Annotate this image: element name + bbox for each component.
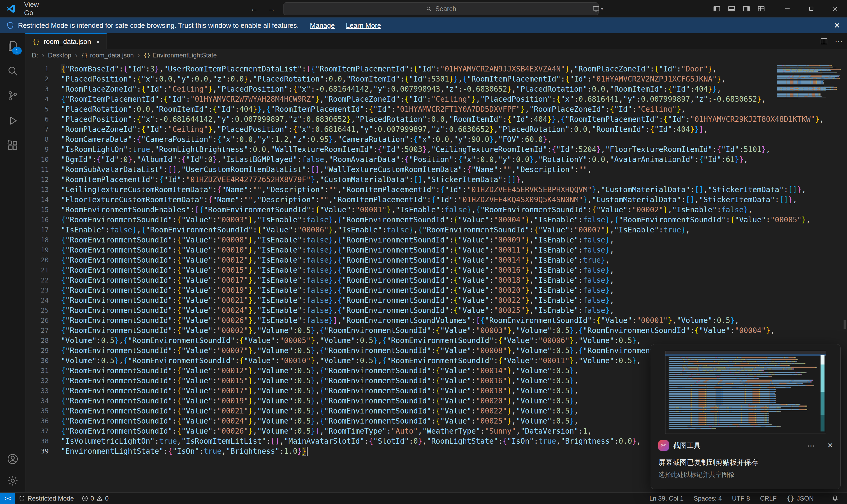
- minimap[interactable]: [776, 64, 843, 100]
- cursor-position-status[interactable]: Ln 39, Col 1: [646, 495, 687, 502]
- code-line[interactable]: "PlacedPosition":{"x":0.0,"y":0.0,"z":0.…: [61, 74, 847, 84]
- minimize-button[interactable]: [776, 0, 799, 17]
- title-bar: FileEditSelectionViewGoRunTerminalHelp ←…: [0, 0, 847, 17]
- extensions-icon[interactable]: [6, 139, 19, 152]
- remote-indicator[interactable]: ><: [0, 492, 15, 504]
- split-editor-icon[interactable]: [820, 37, 828, 45]
- line-number: 12: [25, 175, 61, 185]
- code-line[interactable]: "CeilingTextureCustomRoomItemData":{"Nam…: [61, 185, 847, 195]
- problems-status[interactable]: 0 0: [78, 492, 113, 504]
- account-icon[interactable]: [6, 453, 19, 465]
- code-line[interactable]: {"RoomEnvironmentSoundId":{"Value":"0001…: [61, 245, 847, 255]
- breadcrumb-item[interactable]: D:: [32, 52, 38, 59]
- menu-view[interactable]: View: [20, 1, 57, 9]
- chevron-right-icon: ›: [42, 51, 44, 59]
- code-line[interactable]: {"RoomEnvironmentSoundId":{"Value":"0001…: [61, 255, 847, 265]
- menu-go[interactable]: Go: [20, 9, 57, 17]
- banner-close-icon[interactable]: ✕: [834, 17, 840, 33]
- minimap-line: [777, 87, 837, 88]
- code-line[interactable]: "RoomItemPlacementId":{"Id":"01HZDZVEE4R…: [61, 175, 847, 185]
- learn-more-link[interactable]: Learn More: [346, 21, 381, 30]
- line-number: 21: [25, 265, 61, 275]
- settings-gear-icon[interactable]: [6, 474, 19, 487]
- code-line[interactable]: {"RoomEnvironmentSoundId":{"Value":"0001…: [61, 285, 847, 295]
- code-line[interactable]: {"RoomEnvironmentSoundId":{"Value":"0000…: [61, 235, 847, 245]
- cast-dropdown[interactable]: ▾: [592, 0, 603, 17]
- thumbnail-line: [669, 408, 781, 409]
- code-line[interactable]: {"RoomEnvironmentSoundId":{"Value":"0001…: [61, 265, 847, 275]
- thumbnail-code: [665, 356, 826, 429]
- code-line[interactable]: {"RoomEnvironmentSoundId":{"Value":"0002…: [61, 305, 847, 316]
- code-line[interactable]: {"RoomItemPlacementId":{"Id":"01HYAMVCR2…: [61, 94, 847, 104]
- breadcrumb-item[interactable]: {}room_data.json: [81, 52, 134, 59]
- forward-arrow-icon[interactable]: →: [266, 4, 277, 13]
- run-debug-icon[interactable]: [6, 114, 19, 127]
- restricted-mode-status[interactable]: Restricted Mode: [15, 492, 78, 504]
- code-line[interactable]: "PlacedRotation":0.0,"RoomItemId":{"Id":…: [61, 104, 847, 114]
- snipping-tool-toast[interactable]: ✂ 截图工具 ⋯ ✕ 屏幕截图已复制到剪贴板并保存 选择此处以标记并共享图像: [651, 344, 841, 489]
- line-number: 32: [25, 376, 61, 386]
- code-line[interactable]: {"RoomEnvironmentSoundId":{"Value":"0001…: [61, 275, 847, 285]
- line-number: 20: [25, 255, 61, 265]
- explorer-icon[interactable]: 1: [6, 40, 19, 52]
- tab-label: room_data.json: [44, 38, 91, 46]
- more-actions-icon[interactable]: ⋯: [835, 37, 843, 46]
- code-line[interactable]: "FloorTextureCustomRoomItemData":{"Name"…: [61, 195, 847, 205]
- search-input[interactable]: Search: [283, 2, 599, 15]
- toast-close-icon[interactable]: ✕: [827, 442, 833, 450]
- toggle-panel-icon[interactable]: [724, 0, 739, 17]
- code-line[interactable]: {"RoomBaseId":{"Id":3},"UserRoomItemPlac…: [61, 64, 847, 74]
- manage-link[interactable]: Manage: [310, 21, 335, 30]
- code-line[interactable]: {"RoomEnvironmentSoundId":{"Value":"0002…: [61, 316, 847, 326]
- code-line[interactable]: "RoomPlaceZoneId":{"Id":"Ceiling"},"Plac…: [61, 84, 847, 94]
- thumbnail-line: [669, 361, 797, 362]
- scrollbar-marker[interactable]: [844, 320, 846, 329]
- breadcrumb-item[interactable]: Desktop: [48, 52, 71, 59]
- code-line[interactable]: "RoomCameraData":{"CameraPosition":{"x":…: [61, 134, 847, 145]
- minimap-line: [777, 69, 830, 69]
- toast-submessage[interactable]: 选择此处以标记并共享图像: [658, 470, 833, 479]
- breadcrumb-item[interactable]: {}EnvironmentLightState: [144, 52, 217, 59]
- source-control-icon[interactable]: [6, 89, 19, 102]
- code-line[interactable]: {"RoomEnvironmentSoundId":{"Value":"0000…: [61, 326, 847, 336]
- minimap-line: [777, 78, 840, 78]
- toggle-sidebar-icon[interactable]: [709, 0, 724, 17]
- code-line[interactable]: "IsEnable":false},{"RoomEnvironmentSound…: [61, 225, 847, 235]
- code-line[interactable]: "RoomEnvironmentSoundEnables":[{"RoomEnv…: [61, 205, 847, 215]
- code-line[interactable]: "IsRoomLightOn":true,"RoomLightBrightnes…: [61, 145, 847, 155]
- code-line[interactable]: "RoomSubAvatarDataList":[],"UserCustomRo…: [61, 165, 847, 175]
- tab-room-data-json[interactable]: {} room_data.json ●: [25, 33, 107, 49]
- thumbnail-line: [669, 359, 798, 360]
- warning-icon: [96, 495, 103, 502]
- language-mode-status[interactable]: {} JSON: [783, 495, 817, 502]
- notifications-bell-icon[interactable]: [828, 495, 842, 502]
- code-line[interactable]: "PlacedPosition":{"x":-0.681644142,"y":0…: [61, 114, 847, 124]
- customize-layout-icon[interactable]: [754, 0, 769, 17]
- thumbnail-line: [669, 398, 776, 399]
- screenshot-thumbnail[interactable]: [665, 351, 826, 434]
- thumbnail-line: [669, 372, 807, 373]
- line-number: 19: [25, 245, 61, 255]
- code-line[interactable]: {"RoomEnvironmentSoundId":{"Value":"0002…: [61, 295, 847, 305]
- thumbnail-line: [669, 417, 769, 418]
- indentation-status[interactable]: Spaces: 4: [690, 495, 726, 502]
- toggle-secondary-sidebar-icon[interactable]: [739, 0, 754, 17]
- minimap-line: [777, 88, 826, 89]
- line-number: 29: [25, 346, 61, 356]
- search-sidebar-icon[interactable]: [6, 65, 19, 77]
- line-number: 14: [25, 195, 61, 205]
- minimap-line: [777, 90, 826, 91]
- close-button[interactable]: [823, 0, 847, 17]
- back-arrow-icon[interactable]: ←: [248, 4, 260, 13]
- encoding-status[interactable]: UTF-8: [728, 495, 754, 502]
- code-line[interactable]: "RoomPlaceZoneId":{"Id":"Ceiling"},"Plac…: [61, 124, 847, 134]
- search-icon: [426, 5, 432, 12]
- toast-more-icon[interactable]: ⋯: [807, 441, 815, 450]
- maximize-button[interactable]: [799, 0, 823, 17]
- code-line[interactable]: {"RoomEnvironmentSoundId":{"Value":"0000…: [61, 215, 847, 225]
- eol-status[interactable]: CRLF: [756, 495, 780, 502]
- modified-dot-icon[interactable]: ●: [96, 39, 100, 45]
- minimap-line: [777, 94, 821, 95]
- minimap-line: [777, 91, 821, 91]
- code-line[interactable]: "BgmId":{"Id":0},"AlbumId":{"Id":0},"IsL…: [61, 155, 847, 165]
